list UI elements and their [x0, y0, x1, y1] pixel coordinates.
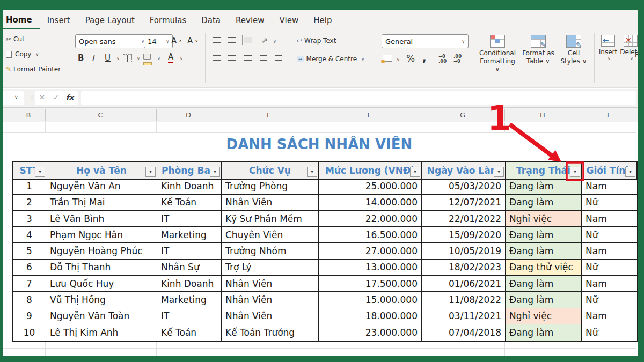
cell-name-row6[interactable]: Đỗ Thị Thanh	[46, 260, 157, 276]
cell-position-row9[interactable]: Nhân Viên	[222, 308, 319, 324]
align-bottom-button[interactable]	[244, 37, 252, 43]
cell-date-row7[interactable]: 01/06/2021	[422, 276, 506, 292]
cell-gender-row7[interactable]: Nam	[582, 276, 637, 292]
cell-position-row7[interactable]: Nhân Viên	[222, 276, 319, 292]
cell-stt-row6[interactable]: 6	[13, 260, 46, 276]
borders-icon[interactable]	[123, 54, 132, 62]
column-header-G[interactable]: G	[460, 111, 465, 119]
cell-dept-row7[interactable]: Kinh Doanh	[157, 276, 222, 292]
cell-stt-row10[interactable]: 10	[13, 324, 46, 341]
cell-salary-row10[interactable]: 23.000.000	[319, 324, 422, 341]
cell-stt-row4[interactable]: 4	[13, 227, 46, 243]
fx-icon[interactable]: fx	[66, 93, 74, 101]
tab-page-layout[interactable]: Page Layout	[78, 11, 142, 28]
underline-button[interactable]: U	[105, 53, 111, 63]
column-header-H[interactable]: H	[540, 111, 545, 119]
cancel-icon[interactable]: ✕	[39, 93, 45, 101]
enter-icon[interactable]: ✓	[53, 93, 59, 101]
cell-gender-row10[interactable]: Nữ	[582, 324, 637, 341]
decrease-decimal-button[interactable]: .00→0	[453, 54, 462, 64]
column-header-F[interactable]: F	[367, 111, 371, 119]
fill-color-chevron[interactable]: ∨	[157, 56, 160, 61]
cell-name-row1[interactable]: Nguyễn Văn An	[46, 178, 157, 194]
cell-position-row2[interactable]: Nhân Viên	[222, 195, 319, 211]
column-header-C[interactable]: C	[98, 111, 103, 119]
filter-button-ph-ng-ban[interactable]: ▾	[210, 167, 220, 177]
cell-stt-row9[interactable]: 9	[13, 308, 46, 324]
cell-salary-row7[interactable]: 17.500.000	[319, 276, 422, 292]
cell-status-row10[interactable]: Đang làm	[506, 324, 582, 341]
filter-button-m-c-l-ng-vn[interactable]: ▾	[410, 167, 420, 177]
format-as-table-button[interactable]: ✎Format asTable ∨	[519, 35, 558, 65]
cell-dept-row9[interactable]: IT	[157, 308, 222, 324]
cell-salary-row4[interactable]: 16.500.000	[319, 227, 422, 243]
cell-status-row8[interactable]: Đang làm	[506, 292, 582, 308]
col-header-ph-ng-ban[interactable]: Phòng Ban▾	[157, 162, 222, 180]
cell-name-row2[interactable]: Trần Thị Mai	[46, 195, 157, 211]
sheet-area[interactable]: DANH SÁCH NHÂN VIÊN STT▾Họ và Tên▾Phòng …	[3, 122, 638, 356]
bold-button[interactable]: B	[78, 53, 84, 63]
cell-date-row9[interactable]: 03/11/2021	[422, 308, 506, 324]
grow-font-button[interactable]: A∧	[171, 36, 182, 46]
cell-name-row5[interactable]: Nguyễn Hoàng Phúc	[46, 243, 157, 259]
cell-stt-row3[interactable]: 3	[13, 211, 46, 227]
tab-help[interactable]: Help	[306, 11, 339, 28]
conditional-formatting-button[interactable]: ConditionalFormatting ∨	[478, 35, 517, 73]
cell-stt-row1[interactable]: 1	[13, 178, 46, 194]
tab-formulas[interactable]: Formulas	[142, 11, 194, 28]
font-size-combo[interactable]: 14 ∨	[144, 34, 173, 48]
wrap-text-button[interactable]: ↩ Wrap Text	[297, 37, 336, 45]
cell-name-row3[interactable]: Lê Văn Bình	[46, 211, 157, 227]
cell-gender-row3[interactable]: Nam	[582, 211, 637, 227]
cell-status-row2[interactable]: Đang làm	[506, 195, 582, 211]
font-color-button[interactable]: A	[168, 52, 173, 63]
name-box-chevron[interactable]: ∨	[14, 94, 18, 100]
cell-stt-row2[interactable]: 2	[13, 195, 46, 211]
cell-salary-row6[interactable]: 13.000.000	[319, 260, 422, 276]
number-format-combo[interactable]: General ∨	[382, 34, 469, 48]
cell-salary-row5[interactable]: 27.000.000	[319, 243, 422, 259]
filter-button-ch-c-v[interactable]: ▾	[307, 167, 317, 177]
decrease-indent-button[interactable]	[260, 55, 267, 61]
cell-position-row4[interactable]: Chuyên Viên	[222, 227, 319, 243]
cell-dept-row2[interactable]: Kế Toán	[157, 195, 222, 211]
tab-home[interactable]: Home	[0, 11, 40, 29]
cell-stt-row8[interactable]: 8	[13, 292, 46, 308]
cell-gender-row8[interactable]: Nữ	[582, 292, 637, 308]
column-header-D[interactable]: D	[186, 111, 191, 119]
cell-salary-row2[interactable]: 14.000.000	[319, 195, 422, 211]
align-right-button[interactable]	[244, 55, 252, 61]
cell-date-row6[interactable]: 18/02/2023	[422, 260, 506, 276]
filter-button-gi-i-t-nh[interactable]: ▾	[625, 167, 635, 177]
cell-dept-row4[interactable]: Marketing	[157, 227, 222, 243]
cell-dept-row5[interactable]: IT	[157, 243, 222, 259]
cell-gender-row9[interactable]: Nam	[582, 308, 637, 324]
cell-name-row4[interactable]: Phạm Ngọc Hân	[46, 227, 157, 243]
col-header-ch-c-v[interactable]: Chức Vụ▾	[222, 162, 319, 180]
cell-gender-row2[interactable]: Nữ	[582, 195, 637, 211]
cell-salary-row3[interactable]: 22.000.000	[319, 211, 422, 227]
tab-data[interactable]: Data	[194, 11, 228, 28]
cell-name-row8[interactable]: Vũ Thị Hồng	[46, 292, 157, 308]
filter-button-stt[interactable]: ▾	[35, 167, 45, 177]
cell-status-row4[interactable]: Đang làm	[506, 227, 582, 243]
shrink-font-button[interactable]: A∨	[187, 36, 198, 46]
col-header-h-v-t-n[interactable]: Họ và Tên▾	[46, 162, 157, 180]
cell-styles-button[interactable]: ✎CellStyles ∨	[554, 35, 593, 65]
cell-status-row3[interactable]: Nghỉ việc	[506, 211, 582, 227]
increase-decimal-button[interactable]: ←0.00	[438, 54, 447, 64]
cell-position-row5[interactable]: Trưởng Nhóm	[222, 243, 319, 259]
cell-date-row5[interactable]: 10/05/2019	[422, 243, 506, 259]
cell-stt-row5[interactable]: 5	[13, 243, 46, 259]
cell-gender-row4[interactable]: Nữ	[582, 227, 637, 243]
comma-style-button[interactable]: ,	[422, 51, 427, 64]
align-center-button[interactable]	[228, 55, 236, 61]
col-header-ng-y-v-o-l-m[interactable]: Ngày Vào Làm▾	[422, 162, 506, 180]
filter-button-tr-ng-th-i[interactable]: ▾	[570, 167, 580, 177]
col-header-gi-i-t-nh[interactable]: Giới Tính▾	[582, 162, 637, 180]
cell-position-row6[interactable]: Trợ Lý	[222, 260, 319, 276]
insert-cells-button[interactable]: ←Insert∨	[597, 35, 619, 62]
borders-chevron[interactable]: ∨	[137, 56, 140, 61]
cell-dept-row8[interactable]: Marketing	[157, 292, 222, 308]
cell-gender-row5[interactable]: Nam	[582, 243, 637, 259]
